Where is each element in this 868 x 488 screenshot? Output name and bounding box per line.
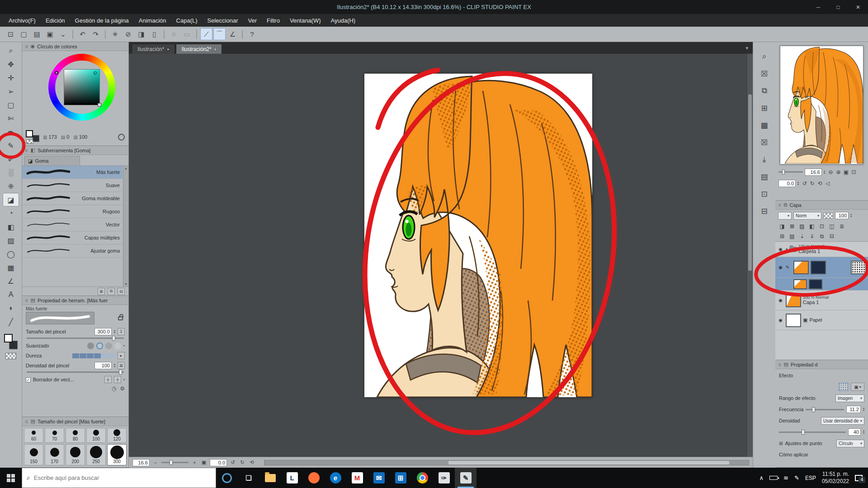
- subtool-item[interactable]: Goma moldeable: [22, 192, 123, 205]
- network-icon[interactable]: ≋: [783, 474, 788, 481]
- zoom-out-icon[interactable]: −: [152, 460, 159, 465]
- rotate-right-icon[interactable]: ↻: [239, 460, 246, 465]
- title-bar[interactable]: Ilustración2* (B4 10.12 x 14.33in 300dpi…: [0, 0, 868, 14]
- frequency-stepper[interactable]: ▴▾: [863, 407, 864, 412]
- navigator-rotate-icon[interactable]: ◁: [824, 180, 831, 187]
- navigator-zoom-stepper[interactable]: ▴▾: [824, 170, 825, 174]
- document-tab[interactable]: Ilustración2* ●: [176, 44, 222, 54]
- layer-row-capa1[interactable]: ◉ 100 % Normal Capa 1: [775, 291, 868, 310]
- tool-button[interactable]: ✎: [3, 139, 19, 152]
- vector-eraser-checkbox[interactable]: ✓: [26, 377, 31, 382]
- brush-size-cell[interactable]: 70: [45, 428, 64, 443]
- layer-mask-thumbnail[interactable]: [809, 279, 822, 289]
- sub-color-mini[interactable]: [33, 135, 39, 142]
- menu-item[interactable]: Edición: [41, 15, 70, 26]
- brush-size-cell[interactable]: 200: [66, 444, 85, 466]
- dock-icon[interactable]: ☒: [757, 135, 772, 150]
- tool-button[interactable]: ✒: [3, 125, 19, 139]
- tool-button[interactable]: ╱: [3, 315, 19, 328]
- layer-thumbnail[interactable]: [793, 261, 809, 274]
- search-input[interactable]: [34, 474, 211, 481]
- density-stepper[interactable]: ▴▾: [863, 430, 864, 434]
- minimize-button[interactable]: ─: [808, 0, 828, 14]
- brush-size-cell[interactable]: 150: [24, 444, 43, 466]
- vector-mode-1[interactable]: ┼: [104, 376, 112, 383]
- dock-icon[interactable]: ⧉: [757, 84, 772, 98]
- menu-item[interactable]: Seleccionar: [203, 15, 243, 26]
- color-dial-button[interactable]: [118, 134, 125, 141]
- layer-command-icon[interactable]: ⊟: [827, 232, 836, 240]
- hardness-segments[interactable]: [72, 353, 115, 358]
- brush-density-stepper[interactable]: ▴▾: [114, 363, 115, 368]
- brush-size-cell[interactable]: 120: [107, 428, 127, 443]
- menu-item[interactable]: Archivo(F): [4, 15, 41, 26]
- taskbar-app[interactable]: [303, 468, 325, 488]
- notification-center-icon[interactable]: 4: [855, 475, 863, 481]
- navigator-rotate-icon[interactable]: ⟲: [816, 180, 824, 187]
- toolbar-button[interactable]: ↷: [90, 28, 102, 40]
- tool-button[interactable]: ✥: [3, 57, 19, 71]
- restore-defaults-icon[interactable]: ◷: [112, 385, 116, 392]
- menu-item[interactable]: Ver: [243, 15, 262, 26]
- scroll-down-icon[interactable]: ▼: [124, 282, 127, 286]
- layer-command-icon[interactable]: ⇣: [797, 232, 807, 240]
- frequency-value[interactable]: 11.2: [846, 406, 861, 413]
- smoothing-option-4[interactable]: [114, 343, 121, 349]
- taskbar-app[interactable]: L: [281, 468, 303, 488]
- pen-settings-icon[interactable]: ✎: [794, 474, 799, 481]
- transparent-color-swatch[interactable]: [5, 353, 16, 359]
- dock-icon[interactable]: ⊟: [757, 204, 772, 218]
- horizontal-scroll-thumb[interactable]: [448, 461, 729, 465]
- navigator-rotation-stepper[interactable]: ▴▾: [797, 181, 799, 186]
- layer-thumbnail[interactable]: [786, 294, 801, 307]
- tool-button[interactable]: ∠: [3, 274, 19, 288]
- layer-command-icon[interactable]: ◫: [827, 222, 836, 230]
- layer-row-tone-selected[interactable]: ◉ ✎: [775, 257, 868, 278]
- taskbar-app[interactable]: ⊞: [390, 468, 411, 488]
- tool-property-header[interactable]: ≣ ▤ Propiedad de herram. [Más fuer: [22, 296, 128, 305]
- layer-effect-button[interactable]: ▣▾: [851, 383, 864, 391]
- layer-property-header[interactable]: ≣ ▤ Propiedad d: [775, 360, 868, 369]
- toolbar-button[interactable]: ⊘: [122, 28, 134, 40]
- navigator-rotate-icon[interactable]: ↺: [801, 180, 808, 187]
- scroll-up-icon[interactable]: ▲: [124, 167, 127, 170]
- canvas[interactable]: [364, 74, 592, 397]
- main-color-swatch[interactable]: [4, 334, 13, 343]
- dock-icon[interactable]: ⊡: [757, 187, 772, 201]
- brush-size-slider[interactable]: [27, 338, 124, 339]
- tool-button[interactable]: ◯: [3, 247, 19, 261]
- taskbar-app[interactable]: [411, 468, 433, 488]
- brush-density-slider[interactable]: [27, 371, 124, 373]
- menu-item[interactable]: Animación: [134, 15, 171, 26]
- navigator-zoom-slider[interactable]: [778, 171, 803, 173]
- toolbar-button[interactable]: [196, 30, 197, 39]
- navigator-thumbnail[interactable]: [780, 46, 863, 164]
- density-mode-combo[interactable]: Usar densidad de▾: [821, 417, 864, 425]
- close-button[interactable]: ✕: [848, 0, 868, 14]
- dock-icon[interactable]: ⌕: [757, 49, 772, 64]
- smoothing-option-1[interactable]: [87, 343, 94, 349]
- hue-marker[interactable]: [55, 71, 58, 75]
- layer-command-icon[interactable]: ◨: [778, 222, 787, 230]
- toolbar-button[interactable]: ⌒: [213, 28, 226, 40]
- subtool-item[interactable]: Vector: [22, 218, 123, 231]
- subtool-header[interactable]: ≣ ◧ Subherramienta [Goma]: [22, 146, 128, 155]
- size-by-pressure-button[interactable]: ↧: [118, 328, 125, 335]
- layer-command-icon[interactable]: ◧: [807, 222, 816, 230]
- frequency-slider[interactable]: [806, 409, 844, 410]
- hue-ring[interactable]: [48, 54, 115, 121]
- zoom-slider[interactable]: [161, 462, 189, 463]
- visibility-eye-icon[interactable]: ◉: [777, 247, 784, 252]
- navigator-zoom-value[interactable]: 16.6: [805, 169, 822, 176]
- brush-size-cell[interactable]: 100: [86, 428, 106, 443]
- density-number[interactable]: 40: [848, 428, 861, 436]
- tool-button[interactable]: ✐: [3, 152, 19, 166]
- battery-icon[interactable]: [769, 476, 778, 480]
- maximize-button[interactable]: □: [828, 0, 848, 14]
- taskbar-app[interactable]: ✑: [433, 468, 455, 488]
- layer-opacity-stepper[interactable]: ▴▾: [850, 213, 852, 218]
- color-wheel-header[interactable]: ≣ ◉ Círculo de colores: [22, 42, 128, 51]
- toolbar-button[interactable]: ▣: [44, 28, 56, 40]
- menu-item[interactable]: Filtro: [262, 15, 285, 26]
- subtool-scrollbar[interactable]: ▲ ▼: [123, 166, 128, 286]
